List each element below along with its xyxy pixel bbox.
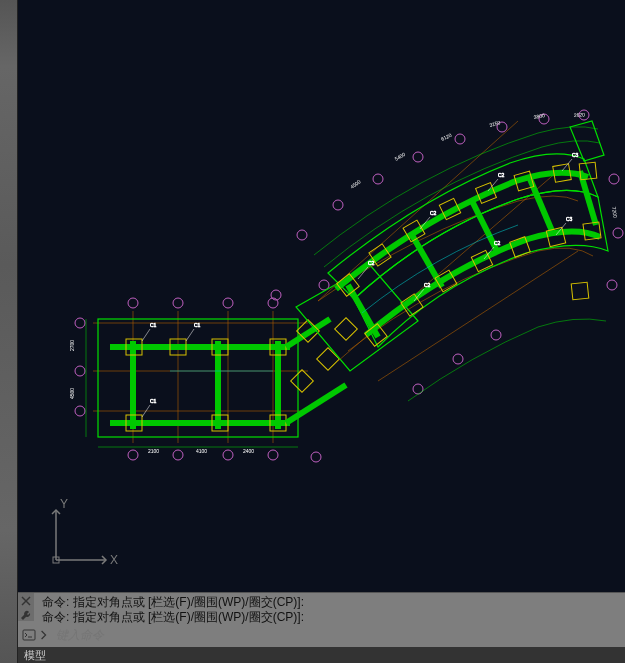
svg-point-52	[311, 452, 321, 462]
command-input[interactable]	[52, 627, 617, 643]
svg-text:4100: 4100	[196, 448, 207, 454]
svg-text:C1: C1	[150, 398, 157, 404]
svg-text:2100: 2100	[148, 448, 159, 454]
left-bubbles	[75, 298, 278, 460]
svg-point-86	[613, 228, 623, 238]
svg-text:2620: 2620	[574, 111, 586, 118]
svg-point-27	[173, 450, 183, 460]
svg-line-39	[186, 329, 194, 341]
svg-point-77	[297, 230, 307, 240]
close-icon[interactable]	[20, 595, 32, 607]
svg-point-79	[373, 174, 383, 184]
chevron-right-icon	[40, 628, 48, 642]
svg-line-45	[286, 385, 346, 423]
svg-point-87	[607, 280, 617, 290]
svg-text:C3: C3	[566, 216, 573, 222]
svg-rect-49	[335, 318, 358, 341]
svg-point-89	[453, 354, 463, 364]
svg-text:C2: C2	[424, 282, 431, 288]
svg-point-80	[413, 152, 423, 162]
svg-text:6120: 6120	[440, 132, 453, 142]
svg-text:4500: 4500	[69, 388, 75, 399]
command-history: 命令: 指定对角点或 [栏选(F)/圈围(WP)/圈交(CP)]: 命令: 指定…	[18, 593, 625, 625]
right-grid	[318, 121, 593, 381]
svg-text:4500: 4500	[349, 178, 362, 190]
svg-point-19	[128, 298, 138, 308]
svg-rect-76	[571, 282, 589, 300]
main-column: 210041002400 2700 4500 C1 C1 C1	[18, 0, 625, 663]
svg-point-20	[173, 298, 183, 308]
svg-point-29	[268, 450, 278, 460]
right-beams	[336, 171, 600, 337]
svg-text:C3: C3	[572, 152, 579, 158]
right-wing: 4500 5400 6120 3150 3800 2620 7200 C2 C2…	[297, 110, 623, 401]
command-prompt-icon[interactable]	[22, 628, 36, 642]
svg-text:C2: C2	[368, 260, 375, 266]
left-columns	[126, 339, 286, 431]
command-history-line: 命令: 指定对角点或 [栏选(F)/圈围(WP)/圈交(CP)]:	[42, 610, 619, 625]
right-dims	[314, 127, 606, 401]
command-input-row	[18, 625, 625, 647]
left-wing: 210041002400 2700 4500 C1 C1 C1	[69, 298, 308, 460]
svg-point-88	[413, 384, 423, 394]
left-callouts: C1 C1 C1	[142, 322, 201, 417]
svg-point-26	[128, 450, 138, 460]
left-dock-strip	[0, 0, 18, 663]
svg-line-56	[348, 285, 378, 337]
svg-point-90	[491, 330, 501, 340]
wrench-icon[interactable]	[20, 609, 32, 621]
right-cyan	[362, 225, 518, 313]
svg-text:5400: 5400	[394, 151, 407, 162]
command-panel-controls	[18, 593, 34, 621]
left-dims	[86, 319, 298, 447]
svg-text:C2: C2	[498, 172, 505, 178]
svg-text:2400: 2400	[243, 448, 254, 454]
right-columns	[337, 162, 601, 346]
left-outline	[98, 319, 298, 437]
svg-text:C2: C2	[494, 240, 501, 246]
svg-text:7200: 7200	[611, 206, 619, 218]
svg-point-85	[609, 174, 619, 184]
svg-text:3150: 3150	[489, 119, 502, 128]
left-beams	[110, 341, 290, 429]
command-history-line: 命令: 指定对角点或 [栏选(F)/圈围(WP)/圈交(CP)]:	[42, 595, 619, 610]
svg-rect-47	[317, 348, 340, 371]
svg-point-28	[223, 450, 233, 460]
svg-rect-48	[291, 370, 314, 393]
transition	[271, 265, 418, 462]
svg-point-21	[223, 298, 233, 308]
svg-point-25	[75, 406, 85, 416]
svg-point-23	[75, 318, 85, 328]
svg-text:2700: 2700	[69, 340, 75, 351]
svg-text:C2: C2	[430, 210, 437, 216]
cad-drawing: 210041002400 2700 4500 C1 C1 C1	[18, 0, 625, 592]
svg-text:3800: 3800	[533, 112, 545, 120]
svg-point-24	[75, 366, 85, 376]
command-panel: 命令: 指定对角点或 [栏选(F)/圈围(WP)/圈交(CP)]: 命令: 指定…	[18, 592, 625, 647]
status-model-label[interactable]: 模型	[24, 648, 46, 663]
drawing-canvas[interactable]: 210041002400 2700 4500 C1 C1 C1	[18, 0, 625, 592]
svg-point-78	[333, 200, 343, 210]
svg-rect-117	[23, 630, 35, 640]
svg-text:C1: C1	[194, 322, 201, 328]
svg-text:C1: C1	[150, 322, 157, 328]
svg-line-37	[142, 329, 150, 341]
svg-point-81	[455, 134, 465, 144]
status-bar: 模型	[18, 647, 625, 663]
